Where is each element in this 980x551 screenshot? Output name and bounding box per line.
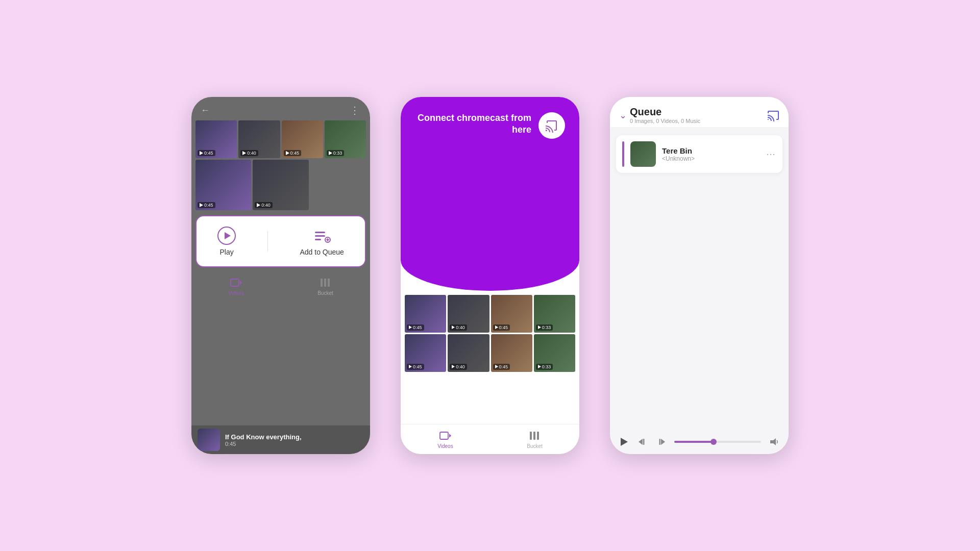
svg-marker-22: [538, 325, 541, 329]
np-time: 0:45: [225, 441, 364, 447]
queue-icon: [313, 227, 331, 245]
queue-info: Tere Bin <Unknown>: [662, 146, 760, 162]
p2-thumb-6[interactable]: 0:40: [448, 334, 489, 372]
back-button[interactable]: ←: [201, 105, 210, 116]
np-thumbnail: [198, 429, 220, 451]
video-thumb-6[interactable]: 0:40: [253, 160, 308, 210]
svg-marker-25: [495, 365, 498, 368]
svg-rect-9: [315, 235, 325, 237]
p2-thumb-4[interactable]: 0:33: [534, 295, 575, 333]
svg-rect-29: [530, 432, 532, 440]
player-progress-bar[interactable]: [674, 441, 761, 443]
chevron-down-icon[interactable]: ⌄: [619, 110, 627, 121]
svg-marker-1: [242, 151, 246, 155]
svg-marker-2: [286, 151, 289, 155]
duration-2: 0:40: [240, 150, 258, 156]
svg-marker-35: [661, 439, 665, 445]
play-button[interactable]: Play: [217, 227, 236, 256]
np-info: If God Know everything, 0:45: [225, 433, 364, 447]
action-divider: [267, 231, 268, 252]
queue-song-title: Tere Bin: [662, 146, 760, 155]
svg-rect-17: [324, 279, 326, 287]
p2-nav-bucket-label: Bucket: [527, 443, 543, 449]
p2-nav-videos-label: Videos: [437, 443, 453, 449]
player-controls: [610, 430, 789, 454]
nav-bucket[interactable]: Bucket: [317, 277, 333, 296]
svg-rect-10: [315, 239, 321, 240]
duration-3: 0:45: [284, 150, 302, 156]
phone-1: ← ⋮ 0:45 0:40 0:45: [191, 97, 370, 454]
p2-thumb-8[interactable]: 0:33: [534, 334, 575, 372]
queue-thumb: [630, 141, 656, 167]
chromecast-button[interactable]: [538, 112, 565, 139]
play-icon: [217, 227, 236, 245]
bottom-nav-2: Videos Bucket: [401, 424, 579, 454]
svg-marker-7: [225, 232, 231, 239]
svg-rect-18: [328, 279, 330, 287]
svg-rect-8: [315, 232, 325, 233]
video-thumb-1[interactable]: 0:45: [195, 120, 237, 158]
svg-rect-36: [659, 439, 661, 445]
cast-icon[interactable]: [767, 109, 779, 121]
nav-videos[interactable]: Videos: [228, 277, 243, 296]
queue-subtitle: 0 Images, 0 Videos, 0 Music: [630, 118, 700, 124]
queue-header: ⌄ Queue 0 Images, 0 Videos, 0 Music: [610, 97, 789, 127]
p2-thumb-2[interactable]: 0:40: [448, 295, 489, 333]
volume-icon[interactable]: [769, 437, 779, 447]
svg-marker-20: [452, 325, 455, 329]
queue-title-info: Queue 0 Images, 0 Videos, 0 Music: [630, 106, 700, 124]
play-pause-button[interactable]: [619, 437, 629, 447]
p2-thumb-3[interactable]: 0:45: [491, 295, 532, 333]
queue-item-card[interactable]: Tere Bin <Unknown> ⋯: [616, 135, 782, 173]
p2-nav-bucket[interactable]: Bucket: [527, 430, 543, 449]
queue-item-more-button[interactable]: ⋯: [766, 148, 776, 160]
svg-rect-31: [537, 432, 539, 440]
svg-marker-37: [770, 438, 776, 445]
phone1-header: ← ⋮: [191, 97, 370, 120]
more-menu-button[interactable]: ⋮: [350, 104, 361, 116]
svg-marker-0: [200, 151, 203, 155]
video-thumb-2[interactable]: 0:40: [238, 120, 280, 158]
svg-marker-4: [200, 203, 203, 207]
svg-rect-16: [321, 279, 323, 287]
video-thumb-4[interactable]: 0:33: [325, 120, 366, 158]
chromecast-content: Connect chromecast from here: [401, 112, 565, 139]
video-thumb-3[interactable]: 0:45: [282, 120, 323, 158]
svg-rect-30: [533, 432, 535, 440]
rewind-button[interactable]: [638, 437, 648, 447]
phone-2: Connect chromecast from here 0:45 0:40 0…: [401, 97, 579, 454]
svg-rect-34: [643, 439, 645, 445]
p2-thumb-7[interactable]: 0:45: [491, 334, 532, 372]
svg-marker-3: [329, 151, 332, 155]
svg-marker-23: [409, 365, 412, 368]
add-to-queue-button[interactable]: Add to Queue: [300, 227, 344, 256]
duration-1: 0:45: [198, 150, 215, 156]
bottom-nav-1: Videos Bucket: [191, 272, 370, 298]
video-thumb-5[interactable]: 0:45: [195, 160, 251, 210]
player-progress-fill: [674, 441, 714, 443]
fast-forward-button[interactable]: [656, 437, 666, 447]
queue-title-group: ⌄ Queue 0 Images, 0 Videos, 0 Music: [619, 106, 700, 124]
svg-marker-32: [621, 438, 628, 446]
np-title: If God Know everything,: [225, 433, 364, 441]
svg-rect-14: [231, 279, 239, 286]
phone2-video-grid: 0:45 0:40 0:45 0:33 0:45 0:40 0:45 0:33: [401, 291, 579, 372]
now-playing-bar[interactable]: If God Know everything, 0:45: [191, 425, 370, 454]
svg-rect-27: [440, 432, 448, 439]
svg-marker-15: [240, 281, 242, 285]
play-label: Play: [219, 248, 233, 256]
video-grid-row2: 0:45 0:40: [191, 160, 370, 210]
phone-3: ⌄ Queue 0 Images, 0 Videos, 0 Music Tere…: [610, 97, 789, 454]
duration-5: 0:45: [198, 202, 215, 208]
svg-marker-26: [538, 365, 541, 368]
queue-label: Add to Queue: [300, 248, 344, 256]
queue-artist: <Unknown>: [662, 155, 760, 162]
active-indicator: [622, 141, 624, 167]
nav-bucket-label: Bucket: [317, 290, 333, 296]
p2-nav-videos[interactable]: Videos: [437, 430, 453, 449]
svg-marker-5: [257, 203, 260, 207]
p2-thumb-5[interactable]: 0:45: [405, 334, 446, 372]
p2-thumb-1[interactable]: 0:45: [405, 295, 446, 333]
duration-6: 0:40: [255, 202, 273, 208]
action-card: Play Add to Queue: [195, 215, 366, 267]
